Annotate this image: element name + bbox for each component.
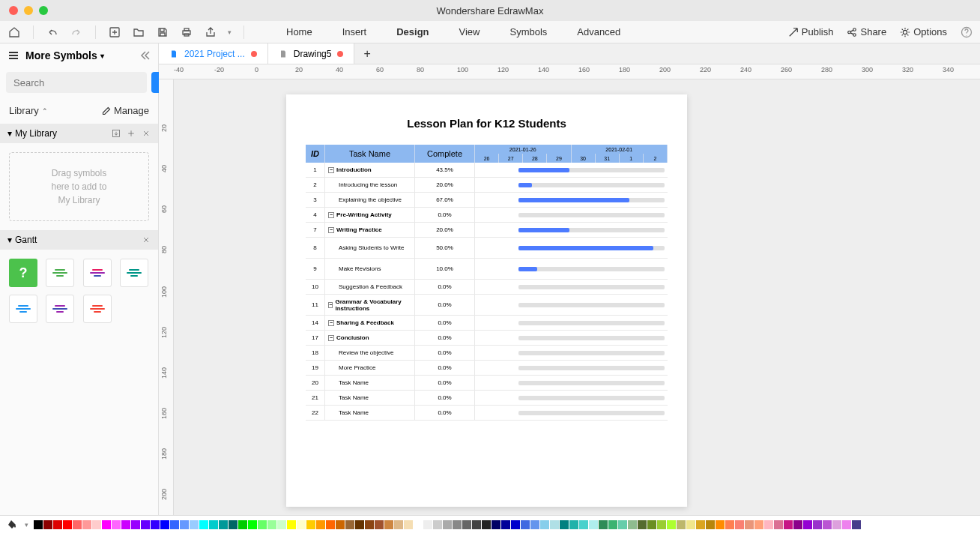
color-swatch[interactable] xyxy=(764,520,773,529)
color-swatch[interactable] xyxy=(287,520,296,529)
help-shape[interactable]: ? xyxy=(9,259,37,287)
color-swatch[interactable] xyxy=(151,520,160,529)
canvas[interactable]: Lesson Plan for K12 Students ID Task Nam… xyxy=(174,79,980,515)
color-swatch[interactable] xyxy=(823,520,832,529)
menu-tab-home[interactable]: Home xyxy=(286,26,312,37)
expand-icon[interactable]: − xyxy=(328,212,334,218)
color-swatch[interactable] xyxy=(696,520,705,529)
color-swatch[interactable] xyxy=(540,520,549,529)
color-swatch[interactable] xyxy=(267,520,276,529)
close-icon[interactable] xyxy=(142,129,151,138)
page[interactable]: Lesson Plan for K12 Students ID Task Nam… xyxy=(286,94,687,507)
color-swatch[interactable] xyxy=(336,520,345,529)
drop-zone[interactable]: Drag symbolshere to add toMy Library xyxy=(9,152,149,221)
color-swatch[interactable] xyxy=(686,520,695,529)
color-swatch[interactable] xyxy=(297,520,306,529)
color-swatch[interactable] xyxy=(219,520,228,529)
color-swatch[interactable] xyxy=(73,520,82,529)
color-swatch[interactable] xyxy=(394,520,403,529)
color-swatch[interactable] xyxy=(638,520,647,529)
gantt-row[interactable]: 14−Sharing & Feedback0.0% xyxy=(306,316,668,331)
gantt-section-header[interactable]: ▾Gantt xyxy=(0,230,158,250)
color-swatch[interactable] xyxy=(277,520,286,529)
color-swatch[interactable] xyxy=(82,520,91,529)
color-swatch[interactable] xyxy=(92,520,101,529)
color-swatch[interactable] xyxy=(326,520,335,529)
color-swatch[interactable] xyxy=(716,520,725,529)
color-swatch[interactable] xyxy=(784,520,793,529)
color-swatch[interactable] xyxy=(53,520,62,529)
gantt-shape[interactable] xyxy=(9,295,37,323)
menu-tab-insert[interactable]: Insert xyxy=(342,26,367,37)
color-swatch[interactable] xyxy=(131,520,140,529)
gantt-row[interactable]: 9Make Revisions10.0% xyxy=(306,259,668,280)
color-swatch[interactable] xyxy=(472,520,481,529)
gantt-shape[interactable] xyxy=(83,295,112,323)
color-swatch[interactable] xyxy=(43,520,52,529)
import-icon[interactable] xyxy=(112,129,121,138)
sidebar-title[interactable]: More Symbols ▾ xyxy=(25,49,133,61)
gantt-shape[interactable] xyxy=(83,259,112,287)
minimize-window-button[interactable] xyxy=(24,6,33,15)
color-swatch[interactable] xyxy=(180,520,189,529)
gantt-row[interactable]: 21Task Name0.0% xyxy=(306,391,668,406)
color-swatch[interactable] xyxy=(657,520,666,529)
color-swatch[interactable] xyxy=(774,520,783,529)
color-swatch[interactable] xyxy=(647,520,656,529)
color-swatch[interactable] xyxy=(375,520,384,529)
color-swatch[interactable] xyxy=(852,520,861,529)
color-swatch[interactable] xyxy=(238,520,247,529)
gantt-row[interactable]: 20Task Name0.0% xyxy=(306,376,668,391)
close-icon[interactable] xyxy=(142,235,151,244)
collapse-sidebar-icon[interactable] xyxy=(139,49,151,61)
publish-button[interactable]: Publish xyxy=(788,26,834,37)
color-swatch[interactable] xyxy=(667,520,676,529)
color-swatch[interactable] xyxy=(803,520,812,529)
expand-icon[interactable]: − xyxy=(328,335,334,341)
export-dropdown[interactable]: ▾ xyxy=(228,28,232,36)
save-icon[interactable] xyxy=(156,25,169,39)
color-swatch[interactable] xyxy=(599,520,608,529)
document-tab[interactable]: Drawing5 xyxy=(268,43,355,64)
gantt-row[interactable]: 1−Introduction43.5% xyxy=(306,163,668,178)
gantt-row[interactable]: 4−Pre-Writing Activity0.0% xyxy=(306,208,668,223)
home-icon[interactable] xyxy=(7,25,21,39)
color-swatch[interactable] xyxy=(345,520,354,529)
color-swatch[interactable] xyxy=(248,520,257,529)
color-swatch[interactable] xyxy=(560,520,569,529)
color-swatch[interactable] xyxy=(501,520,510,529)
new-icon[interactable] xyxy=(108,25,121,39)
menu-tab-design[interactable]: Design xyxy=(396,26,429,37)
expand-icon[interactable]: − xyxy=(328,320,334,326)
menu-tab-symbols[interactable]: Symbols xyxy=(510,26,548,37)
export-icon[interactable] xyxy=(204,25,217,39)
color-swatch[interactable] xyxy=(384,520,393,529)
color-swatch[interactable] xyxy=(306,520,315,529)
color-swatch[interactable] xyxy=(745,520,754,529)
color-swatch[interactable] xyxy=(355,520,364,529)
color-swatch[interactable] xyxy=(209,520,218,529)
color-swatch[interactable] xyxy=(102,520,111,529)
color-swatch[interactable] xyxy=(423,520,432,529)
undo-icon[interactable] xyxy=(46,25,59,39)
menu-tab-advanced[interactable]: Advanced xyxy=(577,26,620,37)
color-dropdown[interactable]: ▾ xyxy=(25,521,28,529)
color-swatch[interactable] xyxy=(832,520,841,529)
open-icon[interactable] xyxy=(132,25,145,39)
color-swatch[interactable] xyxy=(404,520,413,529)
menu-tab-view[interactable]: View xyxy=(459,26,480,37)
print-icon[interactable] xyxy=(180,25,193,39)
mylibrary-header[interactable]: ▾My Library xyxy=(0,124,158,143)
color-swatch[interactable] xyxy=(628,520,637,529)
color-swatch[interactable] xyxy=(433,520,442,529)
color-swatch[interactable] xyxy=(258,520,267,529)
color-swatch[interactable] xyxy=(530,520,539,529)
close-window-button[interactable] xyxy=(9,6,18,15)
color-swatch[interactable] xyxy=(121,520,130,529)
gantt-row[interactable]: 11−Grammar & Vocabulary Instructions0.0% xyxy=(306,295,668,316)
gantt-row[interactable]: 18Review the objective0.0% xyxy=(306,346,668,361)
gantt-row[interactable]: 10Suggestion & Feedback0.0% xyxy=(306,280,668,295)
library-toggle[interactable]: Library ⌃ xyxy=(9,105,48,116)
gantt-row[interactable]: 3Explaining the objective67.0% xyxy=(306,193,668,208)
color-swatch[interactable] xyxy=(579,520,588,529)
